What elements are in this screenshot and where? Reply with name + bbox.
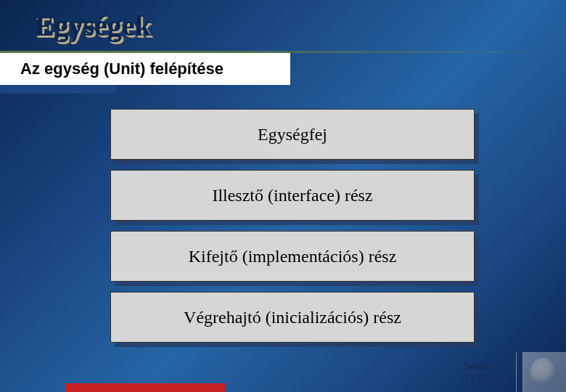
- slide-subtitle: Az egység (Unit) felépítése: [20, 60, 223, 78]
- subtitle-underline: [0, 85, 116, 94]
- unit-part-label: Kifejtő (implementációs) rész: [189, 247, 397, 266]
- unit-part-interface: Illesztő (interface) rész: [110, 170, 475, 221]
- footer: Delphi I / 21: [457, 352, 566, 392]
- bottom-accent-bar: [65, 383, 225, 392]
- unit-part-label: Egységfej: [258, 125, 327, 144]
- footer-decoration-icon: [522, 352, 566, 392]
- unit-part-initialization: Végrehajtó (inicializációs) rész: [110, 292, 475, 343]
- subtitle-bar: Az egység (Unit) felépítése: [0, 53, 290, 85]
- unit-part-header: Egységfej: [110, 109, 475, 160]
- unit-structure-diagram: Egységfej Illesztő (interface) rész Kife…: [110, 109, 480, 353]
- footer-line1: Delphi: [463, 361, 490, 372]
- footer-text: Delphi I / 21: [457, 361, 490, 383]
- unit-part-label: Illesztő (interface) rész: [212, 186, 372, 205]
- footer-line2: I / 21: [466, 372, 487, 383]
- unit-part-label: Végrehajtó (inicializációs) rész: [184, 308, 401, 327]
- slide-title: Egységek: [35, 9, 151, 43]
- unit-part-implementation: Kifejtő (implementációs) rész: [110, 231, 475, 282]
